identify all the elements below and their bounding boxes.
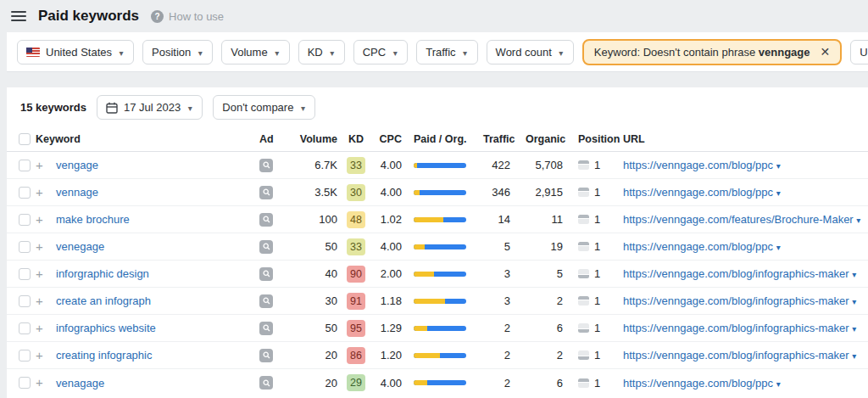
paid-org-bar — [414, 326, 466, 331]
col-header-position[interactable]: Position — [578, 133, 623, 145]
url-link[interactable]: https://venngage.com/blog/ppc — [623, 159, 785, 171]
row-checkbox[interactable] — [19, 241, 31, 253]
active-keyword-filter-chip[interactable]: Keyword: Doesn't contain phrase venngage… — [582, 39, 842, 65]
chevron-down-icon — [852, 267, 860, 280]
ad-preview-icon[interactable] — [259, 294, 273, 308]
serp-position-icon — [578, 242, 589, 251]
cpc-value: 4.00 — [375, 159, 410, 171]
expand-plus-icon[interactable] — [36, 212, 43, 227]
row-checkbox[interactable] — [19, 322, 31, 334]
country-filter-label: United States — [46, 46, 112, 59]
row-checkbox[interactable] — [19, 268, 31, 280]
keyword-link[interactable]: infographics website — [56, 322, 156, 334]
ad-preview-icon[interactable] — [259, 376, 273, 390]
ad-preview-icon[interactable] — [259, 240, 273, 254]
chevron-down-icon — [776, 186, 785, 199]
url-link[interactable]: https://venngage.com/blog/ppc — [623, 377, 785, 390]
keyword-link[interactable]: inforgraphic design — [56, 267, 149, 280]
cpc-filter-dropdown[interactable]: CPC — [353, 40, 408, 64]
position-value: 1 — [594, 349, 600, 362]
col-header-volume[interactable]: Volume — [285, 133, 337, 145]
ad-preview-icon[interactable] — [259, 349, 273, 362]
expand-plus-icon[interactable] — [36, 158, 43, 172]
keyword-link[interactable]: vengage — [56, 159, 98, 171]
expand-plus-icon[interactable] — [36, 348, 43, 362]
expand-plus-icon[interactable] — [36, 266, 43, 281]
help-icon: ? — [151, 10, 164, 23]
select-all-checkbox[interactable] — [19, 133, 31, 145]
col-header-kd[interactable]: KD — [337, 133, 375, 145]
position-value: 1 — [594, 267, 600, 280]
paid-bar-paid — [414, 353, 440, 358]
expand-plus-icon[interactable] — [36, 375, 43, 390]
url-link[interactable]: https://venngage.com/blog/infographics-m… — [623, 349, 860, 362]
paid-org-bar — [414, 380, 466, 385]
keyword-link[interactable]: vennage — [56, 186, 98, 199]
date-picker-button[interactable]: 17 Jul 2023 — [97, 95, 203, 120]
url-link[interactable]: https://venngage.com/features/Brochure-M… — [623, 213, 865, 226]
expand-plus-icon[interactable] — [36, 239, 43, 254]
expand-plus-icon[interactable] — [36, 321, 43, 335]
ad-preview-icon[interactable] — [259, 159, 273, 172]
keyword-link[interactable]: venagage — [56, 377, 104, 390]
chevron-down-icon — [776, 240, 785, 253]
col-header-keyword[interactable]: Keyword — [36, 133, 259, 145]
paid-bar-paid — [414, 380, 427, 385]
traffic-value: 3 — [483, 294, 526, 307]
col-header-cpc[interactable]: CPC — [375, 133, 410, 145]
url-link[interactable]: https://venngage.com/blog/ppc — [623, 240, 785, 253]
url-filter-dropdown[interactable]: URL — [850, 40, 868, 64]
paid-bar-paid — [414, 326, 427, 331]
keyword-link[interactable]: creating infographic — [56, 349, 152, 362]
traffic-filter-dropdown[interactable]: Traffic — [416, 40, 477, 64]
filter-bar: United States Position Volume KD CPC Tra… — [7, 32, 868, 72]
position-value: 1 — [594, 377, 600, 390]
traffic-value: 2 — [483, 377, 526, 390]
chevron-down-icon — [462, 46, 469, 59]
col-header-paid-org[interactable]: Paid / Org. — [410, 133, 483, 145]
how-to-use-link[interactable]: ? How to use — [151, 10, 224, 23]
ad-preview-icon[interactable] — [259, 267, 273, 281]
menu-icon[interactable] — [11, 11, 26, 21]
us-flag-icon — [26, 48, 40, 57]
row-checkbox[interactable] — [19, 160, 31, 171]
compare-dropdown[interactable]: Don't compare — [213, 95, 315, 120]
keyword-link[interactable]: make brochure — [56, 213, 130, 226]
expand-plus-icon[interactable] — [36, 185, 43, 199]
expand-plus-icon[interactable] — [36, 294, 43, 308]
url-link[interactable]: https://venngage.com/blog/infographics-m… — [623, 322, 860, 334]
table-row: creating infographic 20 86 1.20 2 2 1 ht… — [7, 342, 868, 369]
col-header-url[interactable]: URL — [623, 133, 868, 145]
word-count-filter-dropdown[interactable]: Word count — [487, 40, 574, 64]
traffic-value: 2 — [483, 322, 526, 334]
paid-org-bar — [414, 353, 466, 358]
url-link[interactable]: https://venngage.com/blog/infographics-m… — [623, 294, 860, 307]
close-icon[interactable]: ✕ — [821, 46, 831, 58]
row-checkbox[interactable] — [19, 377, 31, 389]
keyword-link[interactable]: create an infograph — [56, 294, 151, 307]
position-filter-dropdown[interactable]: Position — [142, 40, 213, 64]
col-header-ad[interactable]: Ad — [259, 133, 285, 145]
serp-position-icon — [578, 323, 589, 333]
cpc-value: 4.00 — [375, 186, 410, 199]
row-checkbox[interactable] — [19, 295, 31, 307]
paid-bar-paid — [414, 244, 425, 249]
url-link[interactable]: https://venngage.com/blog/infographics-m… — [623, 267, 860, 280]
row-checkbox[interactable] — [19, 214, 31, 226]
volume-filter-dropdown[interactable]: Volume — [221, 40, 289, 64]
ad-preview-icon[interactable] — [259, 186, 273, 199]
keyword-link[interactable]: venegage — [56, 240, 104, 253]
col-header-traffic[interactable]: Traffic — [483, 133, 526, 145]
table-toolbar: 15 keywords 17 Jul 2023 Don't compare — [7, 87, 868, 126]
ad-preview-icon[interactable] — [259, 213, 273, 227]
position-value: 1 — [594, 294, 600, 307]
kd-filter-dropdown[interactable]: KD — [298, 40, 345, 64]
col-header-organic[interactable]: Organic — [526, 133, 578, 145]
table-row: vengage 6.7K 33 4.00 422 5,708 1 https:/… — [7, 152, 868, 179]
organic-value: 2 — [526, 294, 578, 307]
url-link[interactable]: https://venngage.com/blog/ppc — [623, 186, 785, 199]
ad-preview-icon[interactable] — [259, 322, 273, 335]
row-checkbox[interactable] — [19, 350, 31, 362]
row-checkbox[interactable] — [19, 187, 31, 199]
country-filter-dropdown[interactable]: United States — [17, 40, 134, 64]
